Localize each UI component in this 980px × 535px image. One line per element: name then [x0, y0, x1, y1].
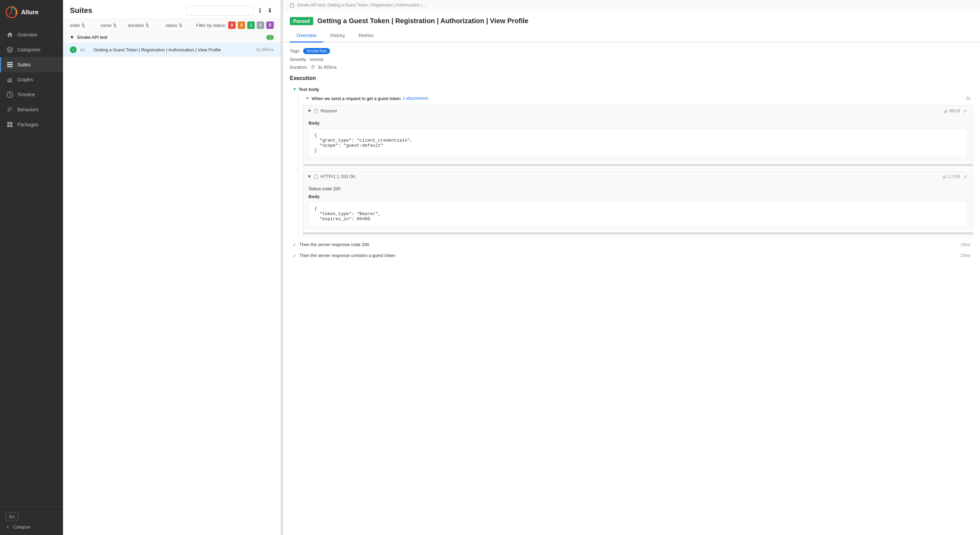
language-button[interactable]: En: [5, 513, 18, 521]
execution-title: Execution: [290, 75, 973, 81]
timeline-icon: [6, 91, 13, 98]
check-step-2: ✓ Then the server response contains a gu…: [290, 250, 973, 261]
svg-rect-8: [10, 125, 13, 127]
svg-rect-2: [7, 64, 13, 65]
filter-badge-failed[interactable]: 0: [228, 21, 235, 29]
test-body-label: Test body: [299, 87, 319, 92]
graphs-icon: [6, 76, 13, 83]
request-code-block: { "grant_type": "client_credentials", "s…: [309, 128, 967, 157]
request-size: 983 B: [944, 109, 960, 113]
suite-body: ▼ Smoke API test 1 ✓ #1 Getting a Guest …: [63, 32, 281, 535]
request-scroll[interactable]: [303, 164, 973, 167]
file-icon: [313, 109, 318, 113]
suites-panel: Suites ℹ ⬇ order ⇅ name ⇅ duration ⇅: [63, 0, 281, 535]
tags-row: Tags: SmokeTest: [290, 48, 973, 54]
step-attachments-count: 2 attachments: [403, 96, 428, 101]
sidebar-label-graphs: Graphs: [18, 77, 33, 83]
detail-title: Getting a Guest Token | Registration | A…: [317, 16, 528, 25]
sidebar: Allure Overview Categories Suites Graphs…: [0, 0, 63, 535]
sidebar-item-timeline[interactable]: Timeline: [0, 87, 63, 102]
suite-group-header[interactable]: ▼ Smoke API test 1: [63, 32, 281, 43]
sidebar-item-overview[interactable]: Overview: [0, 27, 63, 42]
svg-rect-7: [8, 125, 10, 127]
filter-badge-unknown[interactable]: 0: [266, 21, 274, 29]
tag-badge[interactable]: SmokeTest: [303, 48, 330, 54]
suites-action-icons: ℹ ⬇: [258, 5, 274, 16]
response-attachment-header[interactable]: ▼ HTTP/1.1 200 OK 1.2 KB ⤢: [303, 171, 973, 182]
check-label-1: Then the server response code 200: [299, 242, 369, 247]
collapse-icon: [5, 525, 10, 530]
sidebar-item-suites[interactable]: Suites: [0, 57, 63, 72]
fullscreen-request-button[interactable]: ⤢: [962, 108, 969, 114]
duration-label: Duration:: [290, 65, 308, 70]
col-duration[interactable]: duration ⇅: [128, 23, 165, 28]
behaviors-icon: [6, 106, 13, 113]
response-attachment: ▼ HTTP/1.1 200 OK 1.2 KB ⤢ Status code 2…: [303, 171, 973, 237]
test-number: #1: [80, 47, 90, 52]
allure-logo-icon: [5, 6, 18, 18]
search-input[interactable]: [186, 6, 254, 16]
main-area: Suites ℹ ⬇ order ⇅ name ⇅ duration ⇅: [63, 0, 980, 535]
test-body-header[interactable]: ▼ Test body: [290, 85, 973, 94]
tab-overview[interactable]: Overview: [290, 29, 323, 43]
detail-panel: Smoke API test: Getting a Guest Token | …: [283, 0, 980, 535]
check-duration-2: 23ms: [961, 253, 970, 258]
suites-header: Suites ℹ ⬇: [63, 0, 281, 19]
test-name: Getting a Guest Token | Registration | A…: [94, 47, 253, 52]
fullscreen-response-button[interactable]: ⤢: [962, 174, 969, 179]
collapse-button[interactable]: Collapse: [5, 524, 57, 530]
response-code-block: { "token_type": "Bearer", "expires_in": …: [309, 202, 967, 226]
detail-content: Tags: SmokeTest Severity: normal Duratio…: [283, 43, 980, 535]
response-scroll[interactable]: [303, 232, 973, 235]
col-order[interactable]: order ⇅: [70, 23, 100, 28]
filter-badge-skipped[interactable]: 0: [257, 21, 264, 29]
filter-badge-broken[interactable]: 0: [238, 21, 245, 29]
svg-rect-5: [8, 122, 10, 125]
collapse-label: Collapse: [13, 524, 30, 530]
filter-badge-passed[interactable]: 1: [247, 21, 255, 29]
col-status[interactable]: status ⇅: [165, 23, 196, 28]
severity-row: Severity: normal: [290, 57, 973, 62]
duration-icon: ⏱: [310, 65, 315, 70]
svg-rect-1: [7, 62, 13, 63]
tab-history[interactable]: History: [323, 29, 352, 43]
suites-icon: [6, 61, 13, 68]
app-logo: Allure: [0, 0, 63, 24]
duration-value: 3s 455ms: [318, 65, 337, 70]
test-duration: 3s 455ms: [256, 47, 274, 52]
breadcrumb-icon: [290, 3, 294, 8]
table-header: order ⇅ name ⇅ duration ⇅ status ⇅ Filte…: [63, 19, 281, 32]
download-button[interactable]: ⬇: [266, 5, 274, 16]
test-body-group: ▼ Test body ▼ When we send a request to …: [290, 85, 973, 261]
sidebar-label-behaviors: Behaviors: [18, 107, 38, 112]
tab-retries[interactable]: Retries: [352, 29, 380, 43]
filter-area: Filter by status: 0 0 1 0 0: [196, 21, 274, 29]
app-name: Allure: [21, 9, 38, 16]
suite-group-name: Smoke API test: [77, 35, 107, 40]
request-label: Request: [320, 108, 337, 113]
info-button[interactable]: ℹ: [258, 5, 262, 16]
duration-row: Duration: ⏱ 3s 455ms: [290, 65, 973, 70]
svg-rect-6: [10, 122, 13, 125]
test-row[interactable]: ✓ #1 Getting a Guest Token | Registratio…: [63, 43, 281, 57]
passed-badge: Passed: [290, 17, 313, 25]
sidebar-bottom: En Collapse: [0, 507, 63, 535]
categories-icon: [6, 46, 13, 53]
sidebar-item-packages[interactable]: Packages: [0, 117, 63, 132]
sidebar-item-behaviors[interactable]: Behaviors: [0, 102, 63, 117]
detail-breadcrumb: Smoke API test: Getting a Guest Token | …: [283, 0, 980, 11]
home-icon: [6, 31, 13, 38]
attach-icon: [944, 109, 948, 113]
body-label: Body: [309, 121, 967, 125]
request-attachment-header[interactable]: ▼ Request 983 B ⤢: [303, 105, 973, 116]
check-icon-2: ✓: [293, 253, 297, 258]
check-step-1: ✓ Then the server response code 200 13ms: [290, 239, 973, 250]
detail-tabs: Overview History Retries: [283, 29, 980, 43]
severity-label: Severity:: [290, 57, 307, 62]
col-name[interactable]: name ⇅: [100, 23, 128, 28]
attach-response-icon: [943, 175, 947, 179]
sidebar-item-graphs[interactable]: Graphs: [0, 72, 63, 87]
sidebar-item-categories[interactable]: Categories: [0, 42, 63, 57]
step-guest-token-header[interactable]: ▼ When we send a request to get a guest …: [303, 94, 973, 103]
breadcrumb-text: Smoke API test: Getting a Guest Token | …: [297, 3, 427, 8]
